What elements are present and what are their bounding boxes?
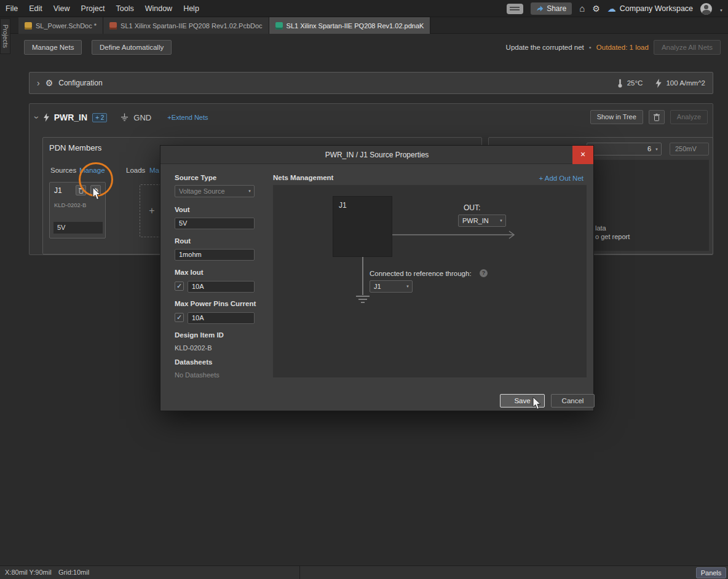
menu-help[interactable]: Help <box>178 0 205 17</box>
max-power-pins-label: Max Power Pins Current <box>175 300 256 307</box>
reference-dropdown[interactable]: J1 <box>370 280 413 293</box>
nets-management-label: Nets Management <box>273 174 333 181</box>
nets-management-canvas: J1 OUT: PWR_IN Connected to reference th… <box>273 185 587 377</box>
max-power-pins-input[interactable]: 10A <box>188 312 255 324</box>
menu-file[interactable]: File <box>0 0 23 17</box>
out-net-arrow <box>392 230 519 240</box>
current-density-value: 100 A/mm^2 <box>666 79 705 87</box>
net-name: PWR_IN <box>54 112 87 122</box>
analyze-net-button[interactable]: Analyze <box>670 110 708 124</box>
document-tabbar: SL_Power.SchDoc * SL1 Xilinx Spartan-IIE… <box>0 17 728 34</box>
current-density-lightning-icon <box>655 79 662 88</box>
tab-label: SL_Power.SchDoc * <box>36 22 97 30</box>
net-header: PWR_IN + 2 GND +Extend Nets Show in Tree… <box>30 104 713 131</box>
max-iout-input[interactable]: 10A <box>188 281 255 293</box>
results-mode-dropdown[interactable]: 6 <box>587 143 662 156</box>
tab-pcbdoc[interactable]: SL1 Xilinx Spartan-IIE PQ208 Rev1.02.Pcb… <box>103 17 269 34</box>
results-text-fragment: lata <box>595 224 606 232</box>
source-card-name: J1 <box>54 186 62 195</box>
out-label: OUT: <box>464 203 480 212</box>
component-box-j1[interactable]: J1 <box>333 196 392 257</box>
loads-manage-link[interactable]: Ma <box>149 167 159 174</box>
share-icon <box>536 5 544 12</box>
out-net-dropdown[interactable]: PWR_IN <box>458 215 506 227</box>
source-voltage: 5V <box>53 222 103 234</box>
workspace-label: Company Workspace <box>620 4 693 13</box>
reference-label: Connected to reference through: <box>370 270 472 277</box>
chevron-down-icon[interactable] <box>719 3 723 14</box>
home-icon[interactable] <box>579 3 585 14</box>
show-in-tree-button[interactable]: Show in Tree <box>590 110 643 124</box>
menu-tools[interactable]: Tools <box>110 0 139 17</box>
rout-label: Rout <box>175 237 191 245</box>
tab-schdoc[interactable]: SL_Power.SchDoc * <box>18 17 103 34</box>
share-label: Share <box>547 4 566 13</box>
design-item-id-label: Design Item ID <box>175 331 224 339</box>
menu-window[interactable]: Window <box>140 0 178 17</box>
source-type-dropdown[interactable]: Voltage Source <box>175 185 255 197</box>
cancel-button[interactable]: Cancel <box>551 394 595 408</box>
max-iout-checkbox[interactable]: ✓ <box>175 282 184 291</box>
extend-nets-link[interactable]: +Extend Nets <box>167 114 208 121</box>
delete-net-button[interactable] <box>649 110 665 124</box>
menu-edit[interactable]: Edit <box>23 0 48 17</box>
vout-label: Vout <box>175 206 190 213</box>
configuration-label: Configuration <box>58 79 102 87</box>
menu-project[interactable]: Project <box>76 0 111 17</box>
statusbar-divider <box>299 566 300 579</box>
component-name: J1 <box>339 201 347 210</box>
help-icon[interactable]: ? <box>480 269 488 277</box>
close-icon[interactable] <box>572 146 593 164</box>
source-type-label: Source Type <box>175 174 216 181</box>
loads-label: Loads <box>126 167 145 174</box>
pdn-doc-icon <box>275 22 283 30</box>
source-properties-dialog: PWR_IN / J1 Source Properties Source Typ… <box>160 145 594 411</box>
chevron-right-icon[interactable] <box>37 77 40 89</box>
settings-gear-icon[interactable] <box>592 3 600 14</box>
max-power-pins-checkbox[interactable]: ✓ <box>175 313 184 322</box>
cursor-coordinates: X:80mil Y:90mil <box>5 569 52 576</box>
user-avatar[interactable] <box>700 3 712 15</box>
analyze-all-nets-button[interactable]: Analyze All Nets <box>654 40 721 55</box>
schematic-doc-icon <box>25 22 32 30</box>
define-automatically-button[interactable]: Define Automatically <box>92 40 172 55</box>
trash-icon <box>654 114 660 121</box>
menubar: File Edit View Project Tools Window Help… <box>0 0 728 17</box>
threshold-field[interactable]: 250mV <box>670 143 709 156</box>
pdn-toolbar: Manage Nets Define Automatically Update … <box>24 40 721 55</box>
update-corrupted-net-link[interactable]: Update the corrupted net <box>506 44 584 51</box>
workspace-button[interactable]: Company Workspace <box>607 4 693 14</box>
gnd-net-label: GND <box>133 113 151 122</box>
panels-button[interactable]: Panels <box>696 567 726 578</box>
app-window: File Edit View Project Tools Window Help… <box>0 0 728 579</box>
manage-nets-button[interactable]: Manage Nets <box>24 40 82 55</box>
add-out-net-link[interactable]: + Add Out Net <box>539 175 584 182</box>
results-text-fragment: o get report <box>595 233 630 240</box>
share-button[interactable]: Share <box>531 2 572 15</box>
thermometer-icon <box>617 79 623 88</box>
comments-icon[interactable] <box>507 4 523 14</box>
rout-input[interactable]: 1mohm <box>175 249 255 261</box>
extra-nets-badge[interactable]: + 2 <box>92 113 107 122</box>
datasheets-label: Datasheets <box>175 358 212 366</box>
outdated-status: Outdated: 1 load <box>596 44 649 51</box>
reference-ground-icon <box>355 257 371 306</box>
vout-input[interactable]: 5V <box>175 218 255 229</box>
tab-label: SL1 Xilinx Spartan-IIE PQ208 Rev1.02.pdn… <box>287 22 424 30</box>
cursor-pointer-icon <box>532 397 542 410</box>
projects-panel-tab[interactable]: Projects <box>0 18 10 54</box>
pcb-doc-icon <box>109 22 117 30</box>
source-part-number: KLD-0202-B <box>54 202 86 208</box>
ground-icon <box>121 113 129 122</box>
tab-pdna-active[interactable]: SL1 Xilinx Spartan-IIE PQ208 Rev1.02.pdn… <box>269 17 431 34</box>
configuration-bar[interactable]: Configuration 25°C 100 A/mm^2 <box>29 72 713 94</box>
dialog-title: PWR_IN / J1 Source Properties <box>160 146 593 164</box>
temperature-value: 25°C <box>627 79 643 87</box>
chevron-down-icon[interactable] <box>31 116 42 119</box>
config-gear-icon <box>46 77 53 89</box>
sources-label: Sources <box>50 167 76 174</box>
cloud-icon <box>607 4 616 14</box>
max-iout-label: Max Iout <box>175 269 204 276</box>
pdn-members-title: PDN Members <box>49 143 101 152</box>
menu-view[interactable]: View <box>48 0 76 17</box>
